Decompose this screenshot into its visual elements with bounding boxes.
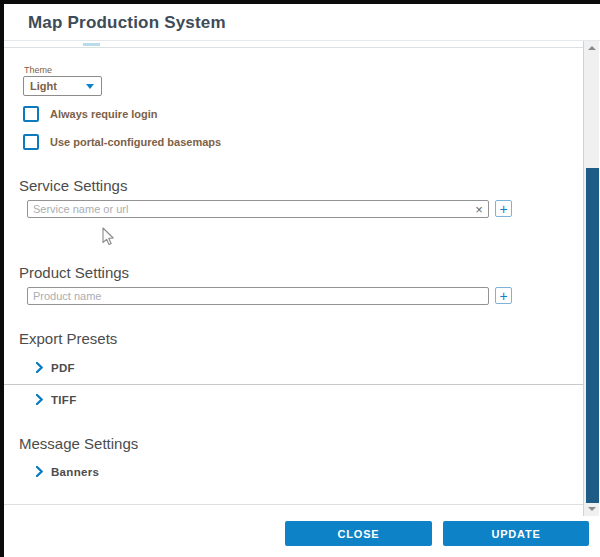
scrollbar[interactable]: [583, 41, 599, 516]
close-button[interactable]: CLOSE: [285, 521, 432, 546]
scroll-down-button[interactable]: [584, 502, 599, 516]
expander-label: Banners: [51, 466, 99, 478]
expander-tiff[interactable]: TIFF: [36, 392, 76, 407]
theme-select-value: Light: [30, 80, 57, 92]
product-settings-title: Product Settings: [19, 264, 129, 281]
chevron-down-icon: [86, 84, 94, 89]
scrollbar-thumb[interactable]: [586, 168, 599, 503]
arrow-up-icon: [588, 46, 596, 50]
footer-divider: [4, 504, 583, 505]
expander-label: PDF: [51, 362, 75, 374]
scroll-up-button[interactable]: [584, 41, 599, 55]
add-service-button[interactable]: +: [495, 200, 512, 217]
service-settings-title: Service Settings: [19, 177, 127, 194]
clear-icon[interactable]: ×: [471, 201, 487, 217]
pdf-tiff-divider: [4, 384, 583, 385]
checkbox-label: Use portal-configured basemaps: [50, 136, 221, 148]
message-settings-title: Message Settings: [19, 435, 138, 452]
theme-select[interactable]: Light: [23, 76, 102, 96]
edge-left: [0, 0, 4, 557]
update-button[interactable]: UPDATE: [443, 521, 589, 546]
always-require-login-checkbox[interactable]: [23, 106, 39, 122]
portal-basemaps-row[interactable]: Use portal-configured basemaps: [23, 134, 221, 149]
viewport-top-border: [4, 47, 583, 48]
add-product-button[interactable]: +: [495, 287, 512, 304]
export-presets-title: Export Presets: [19, 330, 117, 347]
chevron-right-icon: [36, 466, 43, 477]
theme-label: Theme: [24, 65, 52, 75]
dialog-title: Map Production System: [28, 13, 226, 33]
arrow-down-icon: [588, 507, 596, 511]
chevron-right-icon: [36, 362, 43, 373]
portal-basemaps-checkbox[interactable]: [23, 134, 39, 150]
service-name-input[interactable]: [27, 200, 489, 218]
expander-label: TIFF: [51, 394, 76, 406]
edge-top: [0, 0, 600, 4]
checkbox-label: Always require login: [50, 108, 158, 120]
mouse-cursor: [101, 227, 115, 247]
product-name-input[interactable]: [27, 287, 489, 305]
chevron-right-icon: [36, 394, 43, 405]
always-require-login-row[interactable]: Always require login: [23, 106, 158, 121]
title-divider: [4, 40, 600, 41]
expander-banners[interactable]: Banners: [36, 464, 99, 479]
scrolled-element-fragment: [83, 43, 100, 46]
expander-pdf[interactable]: PDF: [36, 360, 75, 375]
